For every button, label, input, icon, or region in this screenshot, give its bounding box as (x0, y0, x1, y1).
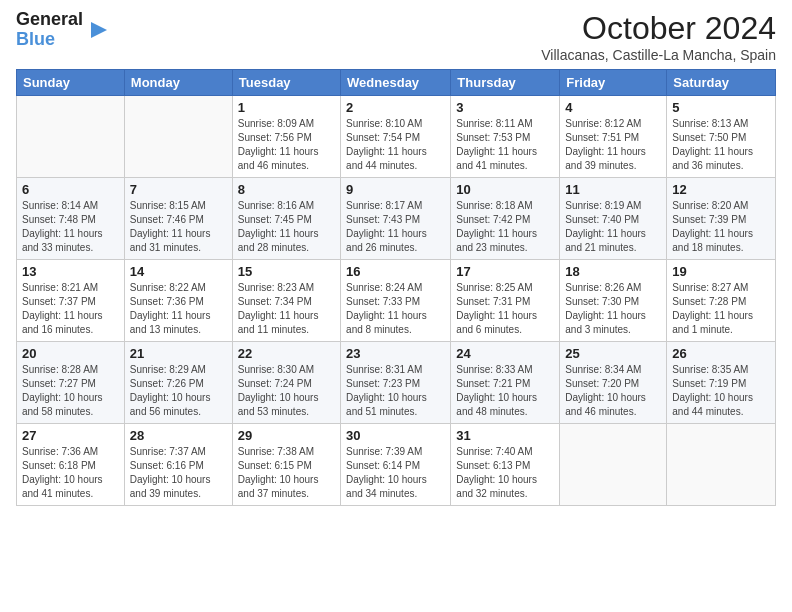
weekday-header: Friday (560, 70, 667, 96)
calendar-cell: 26Sunrise: 8:35 AMSunset: 7:19 PMDayligh… (667, 342, 776, 424)
day-info: Sunrise: 8:11 AMSunset: 7:53 PMDaylight:… (456, 117, 554, 173)
day-info: Sunrise: 8:19 AMSunset: 7:40 PMDaylight:… (565, 199, 661, 255)
day-info: Sunrise: 8:21 AMSunset: 7:37 PMDaylight:… (22, 281, 119, 337)
day-number: 20 (22, 346, 119, 361)
day-info: Sunrise: 7:38 AMSunset: 6:15 PMDaylight:… (238, 445, 335, 501)
location-title: Villacanas, Castille-La Mancha, Spain (541, 47, 776, 63)
calendar-cell: 3Sunrise: 8:11 AMSunset: 7:53 PMDaylight… (451, 96, 560, 178)
day-number: 29 (238, 428, 335, 443)
day-info: Sunrise: 8:16 AMSunset: 7:45 PMDaylight:… (238, 199, 335, 255)
weekday-header: Tuesday (232, 70, 340, 96)
calendar-cell: 9Sunrise: 8:17 AMSunset: 7:43 PMDaylight… (341, 178, 451, 260)
day-number: 1 (238, 100, 335, 115)
day-info: Sunrise: 8:23 AMSunset: 7:34 PMDaylight:… (238, 281, 335, 337)
day-info: Sunrise: 8:35 AMSunset: 7:19 PMDaylight:… (672, 363, 770, 419)
calendar-cell: 13Sunrise: 8:21 AMSunset: 7:37 PMDayligh… (17, 260, 125, 342)
day-number: 22 (238, 346, 335, 361)
day-number: 31 (456, 428, 554, 443)
day-info: Sunrise: 8:31 AMSunset: 7:23 PMDaylight:… (346, 363, 445, 419)
calendar-cell: 1Sunrise: 8:09 AMSunset: 7:56 PMDaylight… (232, 96, 340, 178)
day-number: 4 (565, 100, 661, 115)
day-info: Sunrise: 8:29 AMSunset: 7:26 PMDaylight:… (130, 363, 227, 419)
day-info: Sunrise: 8:24 AMSunset: 7:33 PMDaylight:… (346, 281, 445, 337)
calendar-week-row: 6Sunrise: 8:14 AMSunset: 7:48 PMDaylight… (17, 178, 776, 260)
calendar-cell: 23Sunrise: 8:31 AMSunset: 7:23 PMDayligh… (341, 342, 451, 424)
day-info: Sunrise: 8:09 AMSunset: 7:56 PMDaylight:… (238, 117, 335, 173)
day-info: Sunrise: 8:34 AMSunset: 7:20 PMDaylight:… (565, 363, 661, 419)
svg-marker-0 (91, 22, 107, 38)
calendar-cell: 5Sunrise: 8:13 AMSunset: 7:50 PMDaylight… (667, 96, 776, 178)
calendar-cell: 31Sunrise: 7:40 AMSunset: 6:13 PMDayligh… (451, 424, 560, 506)
logo: General Blue (16, 10, 109, 50)
calendar-cell: 27Sunrise: 7:36 AMSunset: 6:18 PMDayligh… (17, 424, 125, 506)
day-info: Sunrise: 8:33 AMSunset: 7:21 PMDaylight:… (456, 363, 554, 419)
day-number: 15 (238, 264, 335, 279)
day-info: Sunrise: 8:12 AMSunset: 7:51 PMDaylight:… (565, 117, 661, 173)
calendar-cell: 20Sunrise: 8:28 AMSunset: 7:27 PMDayligh… (17, 342, 125, 424)
calendar-cell: 30Sunrise: 7:39 AMSunset: 6:14 PMDayligh… (341, 424, 451, 506)
logo-arrow-icon (87, 19, 109, 41)
day-number: 30 (346, 428, 445, 443)
calendar-cell: 18Sunrise: 8:26 AMSunset: 7:30 PMDayligh… (560, 260, 667, 342)
day-info: Sunrise: 8:28 AMSunset: 7:27 PMDaylight:… (22, 363, 119, 419)
calendar-cell: 10Sunrise: 8:18 AMSunset: 7:42 PMDayligh… (451, 178, 560, 260)
calendar-cell: 4Sunrise: 8:12 AMSunset: 7:51 PMDaylight… (560, 96, 667, 178)
day-info: Sunrise: 8:25 AMSunset: 7:31 PMDaylight:… (456, 281, 554, 337)
day-number: 17 (456, 264, 554, 279)
day-number: 24 (456, 346, 554, 361)
day-number: 12 (672, 182, 770, 197)
weekday-header: Saturday (667, 70, 776, 96)
page: General Blue October 2024 Villacanas, Ca… (0, 0, 792, 612)
day-number: 28 (130, 428, 227, 443)
weekday-header: Thursday (451, 70, 560, 96)
weekday-header: Wednesday (341, 70, 451, 96)
day-info: Sunrise: 8:14 AMSunset: 7:48 PMDaylight:… (22, 199, 119, 255)
calendar-header-row: SundayMondayTuesdayWednesdayThursdayFrid… (17, 70, 776, 96)
calendar-cell: 22Sunrise: 8:30 AMSunset: 7:24 PMDayligh… (232, 342, 340, 424)
day-number: 27 (22, 428, 119, 443)
calendar-cell: 16Sunrise: 8:24 AMSunset: 7:33 PMDayligh… (341, 260, 451, 342)
calendar-week-row: 27Sunrise: 7:36 AMSunset: 6:18 PMDayligh… (17, 424, 776, 506)
day-info: Sunrise: 8:26 AMSunset: 7:30 PMDaylight:… (565, 281, 661, 337)
calendar-cell: 19Sunrise: 8:27 AMSunset: 7:28 PMDayligh… (667, 260, 776, 342)
weekday-header: Sunday (17, 70, 125, 96)
day-number: 13 (22, 264, 119, 279)
calendar-week-row: 13Sunrise: 8:21 AMSunset: 7:37 PMDayligh… (17, 260, 776, 342)
day-number: 26 (672, 346, 770, 361)
day-info: Sunrise: 8:13 AMSunset: 7:50 PMDaylight:… (672, 117, 770, 173)
calendar-cell: 17Sunrise: 8:25 AMSunset: 7:31 PMDayligh… (451, 260, 560, 342)
day-number: 16 (346, 264, 445, 279)
day-number: 9 (346, 182, 445, 197)
day-number: 23 (346, 346, 445, 361)
day-number: 18 (565, 264, 661, 279)
logo-text-blue: Blue (16, 30, 83, 50)
day-info: Sunrise: 8:15 AMSunset: 7:46 PMDaylight:… (130, 199, 227, 255)
weekday-header: Monday (124, 70, 232, 96)
day-info: Sunrise: 7:37 AMSunset: 6:16 PMDaylight:… (130, 445, 227, 501)
calendar-cell: 28Sunrise: 7:37 AMSunset: 6:16 PMDayligh… (124, 424, 232, 506)
day-number: 6 (22, 182, 119, 197)
day-number: 14 (130, 264, 227, 279)
calendar-cell (667, 424, 776, 506)
title-block: October 2024 Villacanas, Castille-La Man… (541, 10, 776, 63)
calendar-cell (560, 424, 667, 506)
day-info: Sunrise: 8:22 AMSunset: 7:36 PMDaylight:… (130, 281, 227, 337)
calendar-cell: 21Sunrise: 8:29 AMSunset: 7:26 PMDayligh… (124, 342, 232, 424)
day-number: 11 (565, 182, 661, 197)
calendar-cell: 14Sunrise: 8:22 AMSunset: 7:36 PMDayligh… (124, 260, 232, 342)
day-number: 8 (238, 182, 335, 197)
calendar-cell: 29Sunrise: 7:38 AMSunset: 6:15 PMDayligh… (232, 424, 340, 506)
day-info: Sunrise: 8:30 AMSunset: 7:24 PMDaylight:… (238, 363, 335, 419)
calendar-cell: 25Sunrise: 8:34 AMSunset: 7:20 PMDayligh… (560, 342, 667, 424)
day-info: Sunrise: 8:18 AMSunset: 7:42 PMDaylight:… (456, 199, 554, 255)
day-number: 25 (565, 346, 661, 361)
calendar-cell: 8Sunrise: 8:16 AMSunset: 7:45 PMDaylight… (232, 178, 340, 260)
day-number: 3 (456, 100, 554, 115)
day-number: 7 (130, 182, 227, 197)
day-number: 21 (130, 346, 227, 361)
day-info: Sunrise: 7:36 AMSunset: 6:18 PMDaylight:… (22, 445, 119, 501)
calendar-cell: 12Sunrise: 8:20 AMSunset: 7:39 PMDayligh… (667, 178, 776, 260)
day-number: 10 (456, 182, 554, 197)
calendar-cell: 2Sunrise: 8:10 AMSunset: 7:54 PMDaylight… (341, 96, 451, 178)
calendar-cell: 24Sunrise: 8:33 AMSunset: 7:21 PMDayligh… (451, 342, 560, 424)
